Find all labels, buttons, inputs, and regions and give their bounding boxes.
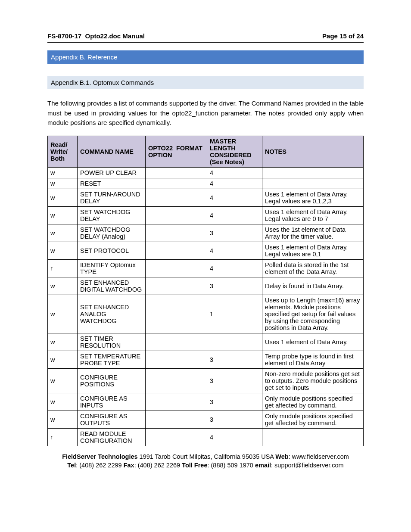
footer-web: : www.fieldserver.com xyxy=(289,453,349,460)
cell-len: 3 xyxy=(207,351,262,368)
table-row: wSET WATCHDOG DELAY (Analog)3Uses the 1s… xyxy=(48,224,364,242)
document-page: FS-8700-17_Opto22.doc Manual Page 15 of … xyxy=(0,0,411,487)
cell-fmt xyxy=(146,393,207,411)
cell-notes: Only module positions specified get affe… xyxy=(262,393,364,411)
cell-name: SET WATCHDOG DELAY xyxy=(78,206,146,224)
cell-notes: Delay is found in Data Array. xyxy=(262,277,364,295)
cell-len xyxy=(207,333,262,351)
cell-rwb: w xyxy=(48,295,78,333)
cell-len: 4 xyxy=(207,178,262,189)
cell-rwb: w xyxy=(48,277,78,295)
footer-address: 1991 Tarob Court Milpitas, California 95… xyxy=(138,453,276,460)
cell-fmt xyxy=(146,189,207,206)
cell-notes: Only module positions specified get affe… xyxy=(262,411,364,428)
cell-name: SET PROTOCOL xyxy=(78,242,146,259)
cell-name: SET ENHANCED ANALOG WATCHDOG xyxy=(78,295,146,333)
cell-notes xyxy=(262,178,364,189)
cell-name: SET TEMPERATURE PROBE TYPE xyxy=(78,351,146,368)
cell-name: SET WATCHDOG DELAY (Analog) xyxy=(78,224,146,242)
cell-fmt xyxy=(146,242,207,259)
table-row: wSET ENHANCED ANALOG WATCHDOG1Uses up to… xyxy=(48,295,364,333)
cell-notes: Uses 1 element of Data Array. xyxy=(262,333,364,351)
table-row: rIDENTIFY Optomux TYPE4Polled data is st… xyxy=(48,259,364,277)
footer-fax-label: Fax xyxy=(124,462,134,469)
cell-len: 4 xyxy=(207,428,262,446)
table-row: wPOWER UP CLEAR4 xyxy=(48,167,364,178)
th-notes: NOTES xyxy=(262,136,364,167)
footer-tollfree-label: Toll Free xyxy=(182,462,207,469)
th-length: MASTER LENGTH CONSIDERED (See Notes) xyxy=(207,136,262,167)
cell-notes xyxy=(262,428,364,446)
table-row: wRESET4 xyxy=(48,178,364,189)
table-row: wCONFIGURE AS INPUTS3Only module positio… xyxy=(48,393,364,411)
cell-len: 3 xyxy=(207,368,262,393)
cell-rwb: w xyxy=(48,178,78,189)
commands-table: Read/ Write/ Both COMMAND NAME OPTO22_FO… xyxy=(47,136,364,446)
footer-email: : support@fieldserver.com xyxy=(271,462,344,469)
cell-name: POWER UP CLEAR xyxy=(78,167,146,178)
cell-len: 1 xyxy=(207,295,262,333)
cell-name: READ MODULE CONFIGURATION xyxy=(78,428,146,446)
table-row: wSET TURN-AROUND DELAY4Uses 1 element of… xyxy=(48,189,364,206)
cell-name: CONFIGURE AS INPUTS xyxy=(78,393,146,411)
cell-fmt xyxy=(146,277,207,295)
cell-rwb: w xyxy=(48,333,78,351)
table-row: rREAD MODULE CONFIGURATION4 xyxy=(48,428,364,446)
th-rwb: Read/ Write/ Both xyxy=(48,136,78,167)
cell-fmt xyxy=(146,295,207,333)
cell-fmt xyxy=(146,351,207,368)
table-row: wSET WATCHDOG DELAY4Uses 1 element of Da… xyxy=(48,206,364,224)
cell-rwb: r xyxy=(48,428,78,446)
footer-tollfree: : (888) 509 1970 xyxy=(207,462,255,469)
page-header: FS-8700-17_Opto22.doc Manual Page 15 of … xyxy=(47,32,364,42)
table-row: wSET TIMER RESOLUTIONUses 1 element of D… xyxy=(48,333,364,351)
cell-name: RESET xyxy=(78,178,146,189)
cell-fmt xyxy=(146,428,207,446)
cell-rwb: w xyxy=(48,167,78,178)
cell-notes: Uses 1 element of Data Array. Legal valu… xyxy=(262,189,364,206)
cell-len: 4 xyxy=(207,189,262,206)
table-row: wSET TEMPERATURE PROBE TYPE3Temp probe t… xyxy=(48,351,364,368)
table-row: wSET PROTOCOL4Uses 1 element of Data Arr… xyxy=(48,242,364,259)
footer-line-1: FieldServer Technologies 1991 Tarob Cour… xyxy=(47,452,364,461)
cell-rwb: w xyxy=(48,351,78,368)
cell-len: 4 xyxy=(207,167,262,178)
cell-notes: Uses 1 element of Data Array. Legal valu… xyxy=(262,242,364,259)
cell-notes xyxy=(262,167,364,178)
cell-fmt xyxy=(146,206,207,224)
cell-fmt xyxy=(146,333,207,351)
cell-rwb: w xyxy=(48,189,78,206)
cell-len: 4 xyxy=(207,242,262,259)
cell-rwb: w xyxy=(48,224,78,242)
cell-notes: Temp probe type is found in first elemen… xyxy=(262,351,364,368)
cell-notes: Uses the 1st element of Data Array for t… xyxy=(262,224,364,242)
cell-name: SET ENHANCED DIGITAL WATCHDOG xyxy=(78,277,146,295)
th-format: OPTO22_FORMAT OPTION xyxy=(146,136,207,167)
page-number: Page 15 of 24 xyxy=(322,32,364,40)
header-divider xyxy=(47,42,364,43)
footer-email-label: email xyxy=(255,462,271,469)
cell-notes: Polled data is stored in the 1st element… xyxy=(262,259,364,277)
appendix-b1-heading: Appendix B.1. Optomux Commands xyxy=(47,76,364,89)
footer-tel-label: Tel xyxy=(67,462,76,469)
cell-len: 3 xyxy=(207,277,262,295)
cell-notes: Uses up to Length (max=16) array element… xyxy=(262,295,364,333)
page-footer: FieldServer Technologies 1991 Tarob Cour… xyxy=(47,452,364,470)
table-row: wCONFIGURE POSITIONS3Non-zero module pos… xyxy=(48,368,364,393)
table-row: wSET ENHANCED DIGITAL WATCHDOG3Delay is … xyxy=(48,277,364,295)
cell-fmt xyxy=(146,259,207,277)
cell-fmt xyxy=(146,411,207,428)
intro-paragraph: The following provides a list of command… xyxy=(47,99,364,128)
cell-name: CONFIGURE AS OUTPUTS xyxy=(78,411,146,428)
cell-notes: Uses 1 element of Data Array. Legal valu… xyxy=(262,206,364,224)
cell-fmt xyxy=(146,167,207,178)
cell-len: 3 xyxy=(207,411,262,428)
cell-rwb: w xyxy=(48,393,78,411)
cell-len: 4 xyxy=(207,206,262,224)
th-name: COMMAND NAME xyxy=(78,136,146,167)
cell-name: CONFIGURE POSITIONS xyxy=(78,368,146,393)
cell-rwb: w xyxy=(48,368,78,393)
cell-rwb: w xyxy=(48,206,78,224)
cell-len: 3 xyxy=(207,393,262,411)
footer-company: FieldServer Technologies xyxy=(62,453,137,460)
